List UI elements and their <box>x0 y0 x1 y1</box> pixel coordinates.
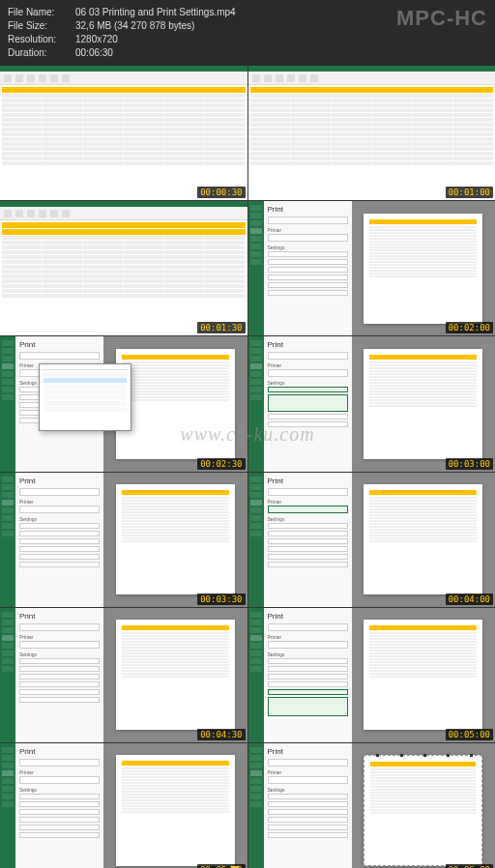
print-settings-panel: Print Printer Settings <box>264 201 352 335</box>
backstage-sidebar <box>248 473 264 607</box>
excel-worksheet <box>0 220 248 335</box>
thumbnail[interactable]: Print Printer Settings 00:04:00 <box>248 473 496 607</box>
excel-ribbon <box>0 72 248 85</box>
thumbnail[interactable]: 00:00:30 <box>0 66 248 200</box>
print-settings-panel: Print Printer Settings <box>15 608 103 742</box>
timestamp-badge: 00:04:30 <box>197 729 245 740</box>
timestamp-badge: 00:01:30 <box>197 322 245 333</box>
margin-handle-icon <box>447 754 450 757</box>
margin-handle-icon <box>400 754 403 757</box>
backstage-sidebar <box>248 743 264 868</box>
resolution-value: 1280x720 <box>75 33 118 46</box>
print-preview <box>352 473 496 607</box>
print-preview <box>352 201 496 335</box>
filename-value: 06 03 Printing and Print Settings.mp4 <box>75 6 236 19</box>
resolution-label: Resolution: <box>8 33 75 46</box>
print-preview <box>103 608 248 742</box>
excel-worksheet <box>248 85 496 200</box>
player-logo: MPC-HC <box>396 4 487 34</box>
timestamp-badge: 00:01:00 <box>446 187 493 198</box>
backstage-sidebar <box>0 743 15 868</box>
thumbnail[interactable]: Print Printer Settings 00:05:00 <box>248 608 496 742</box>
print-settings-panel: Print Printer Settings <box>264 336 352 471</box>
print-settings-panel: Print Printer Settings <box>15 743 103 868</box>
thumbnail[interactable]: 00:01:30 <box>0 201 248 335</box>
backstage-sidebar <box>0 473 15 607</box>
filesize-label: File Size: <box>8 19 75 33</box>
timestamp-badge: 00:02:30 <box>197 458 245 470</box>
backstage-sidebar <box>248 608 264 742</box>
thumbnail[interactable]: Print Printer Settings 00:03:00 <box>248 336 496 471</box>
print-preview <box>352 743 496 868</box>
timestamp-badge: 00:06:00 <box>446 864 493 868</box>
duration-value: 00:06:30 <box>75 46 113 60</box>
print-settings-panel: Print Printer Settings <box>264 743 352 868</box>
print-preview <box>103 473 248 607</box>
timestamp-badge: 00:03:30 <box>197 593 245 605</box>
print-preview <box>352 608 496 742</box>
print-settings-panel: Print Printer Settings <box>264 608 352 742</box>
thumbnail[interactable]: 00:01:00 <box>248 66 496 200</box>
timestamp-badge: 00:05:00 <box>446 729 493 740</box>
thumbnail[interactable]: Print Printer Settings 00:03:30 <box>0 473 248 607</box>
timestamp-badge: 00:03:00 <box>446 458 493 470</box>
excel-ribbon <box>0 207 248 220</box>
margin-handle-icon <box>376 754 379 757</box>
print-preview <box>352 336 496 471</box>
filename-label: File Name: <box>8 6 75 19</box>
duration-label: Duration: <box>8 46 75 60</box>
margin-handle-icon <box>423 754 426 757</box>
backstage-sidebar <box>248 201 264 335</box>
thumbnail-grid: 00:00:30 <box>0 66 495 868</box>
backstage-sidebar <box>0 608 15 742</box>
page-setup-dialog <box>39 363 131 431</box>
print-settings-panel: Print Printer Settings <box>15 473 103 607</box>
excel-ribbon <box>248 72 496 85</box>
thumbnail[interactable]: Print Printer Settings <box>248 743 496 868</box>
thumbnail[interactable]: Print Printer Settings 00:02:00 <box>248 201 496 335</box>
filesize-value: 32,6 MB (34 270 878 bytes) <box>75 19 194 33</box>
thumbnail[interactable]: Print Printer Settings 00:05:30 <box>0 743 248 868</box>
excel-worksheet <box>0 85 248 200</box>
backstage-sidebar <box>248 336 264 471</box>
timestamp-badge: 00:00:30 <box>197 187 245 198</box>
print-preview <box>103 743 248 868</box>
print-settings-panel: Print Printer Settings <box>264 473 352 607</box>
backstage-sidebar <box>0 336 15 471</box>
timestamp-badge: 00:04:00 <box>446 593 493 605</box>
thumbnail[interactable]: Print Printer Settings <box>0 336 248 471</box>
margin-handle-icon <box>470 754 473 757</box>
timestamp-badge: 00:02:00 <box>446 322 493 333</box>
file-info-header: MPC-HC File Name:06 03 Printing and Prin… <box>0 0 495 66</box>
thumbnail[interactable]: Print Printer Settings 00:04:30 <box>0 608 248 742</box>
print-title: Print <box>268 205 348 214</box>
